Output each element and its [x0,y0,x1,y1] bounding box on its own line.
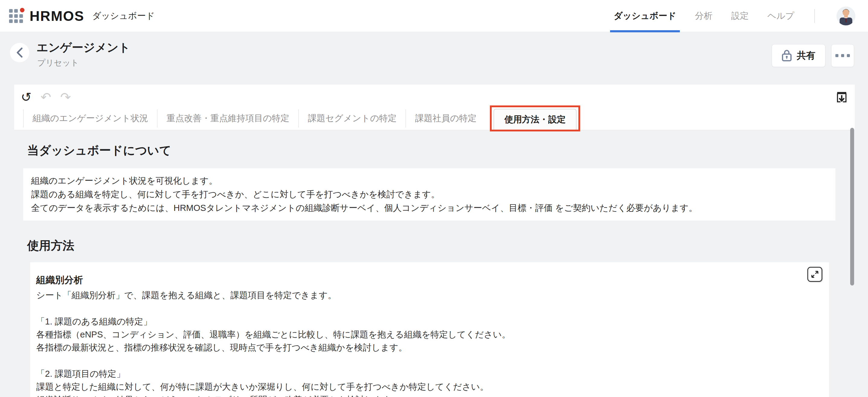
nav-item-dashboard[interactable]: ダッシュボード [614,10,676,22]
nav-item-settings[interactable]: 設定 [731,10,749,22]
top-nav: ダッシュボード 分析 設定 ヘルプ [614,7,855,25]
tab-priority-items[interactable]: 重点改善・重点維持項目の特定 [157,110,299,127]
sheet-tabstrip: 組織のエンゲージメント状況 重点改善・重点維持項目の特定 課題セグメントの特定 … [14,106,855,130]
tab-issue-employees[interactable]: 課題社員の特定 [406,110,486,127]
more-options-button[interactable] [831,44,854,67]
section-title: 「2. 課題項目の特定」 [36,367,817,380]
section-line: 各種指標（eNPS、コンディション、評価、退職率）を組織ごとに比較し、特に課題を… [36,328,817,341]
vertical-scrollbar[interactable] [850,128,854,285]
card-intro: シート「組織別分析」で、課題を抱える組織と、課題項目を特定できます。 [36,289,817,302]
section-line: 各指標の最新状況と、指標の推移状況を確認し、現時点で手を打つべき組織かを検討しま… [36,341,817,354]
nav-item-help[interactable]: ヘルプ [768,10,794,22]
share-button[interactable]: 共有 [772,44,826,67]
about-line: 組織のエンゲージメント状況を可視化します。 [31,174,828,188]
brand-logo-text: HRMOS [30,8,84,24]
dashboard-panel: ↺ ↶ ↷ 組織のエンゲージメント状況 重点改善・重点維持項目の特定 課題セグメ… [14,85,855,130]
avatar-image [837,7,855,25]
usage-heading: 使用方法 [27,238,868,254]
about-line: 全てのデータを表示するためには、HRMOSタレントマネジメントの組織診断サーベイ… [31,201,828,215]
page-title: エンゲージメント [36,40,130,55]
redo-icon[interactable]: ↷ [60,91,71,103]
tab-org-engagement-status[interactable]: 組織のエンゲージメント状況 [23,110,157,127]
hrmos-logo-icon [9,9,23,23]
lock-icon [782,50,792,62]
user-avatar[interactable] [837,7,855,25]
card-section-1: 「1. 課題のある組織の特定」 各種指標（eNPS、コンディション、評価、退職率… [36,315,817,354]
usage-card: 組織別分析 シート「組織別分析」で、課題を抱える組織と、課題項目を特定できます。… [30,262,829,397]
tab-usage-settings[interactable]: 使用方法・設定 [494,109,577,130]
about-text-box: 組織のエンゲージメント状況を可視化します。 課題のある組織を特定し、何に対して手… [23,168,835,220]
share-button-label: 共有 [797,49,815,62]
back-button[interactable] [10,43,29,62]
chevron-left-icon [16,48,23,58]
card-section-2: 「2. 課題項目の特定」 課題と特定した組織に対して、何が特に課題が大きいか深堀… [36,367,817,397]
nav-item-analysis[interactable]: 分析 [695,10,712,22]
page-subtitle: プリセット [37,57,79,68]
sheet-toolbar: ↺ ↶ ↷ [14,85,855,106]
section-title: 「1. 課題のある組織の特定」 [36,315,817,328]
brand-product-name: ダッシュボード [92,10,155,22]
download-icon[interactable] [836,92,847,103]
section-line: 組織診断サーベイの結果から、どういったカテゴリ、質問が、改善が必要かを検討します… [36,393,817,397]
nav-divider [814,9,815,23]
active-tab-wrapper: 使用方法・設定 [494,109,577,130]
card-title: 組織別分析 [36,274,817,286]
sheet-content: 当ダッシュボードについて 組織のエンゲージメント状況を可視化します。 課題のある… [0,130,868,397]
expand-card-button[interactable] [807,267,823,282]
about-line: 課題のある組織を特定し、何に対して手を打つべきか、どこに対して手を打つべきかを検… [31,188,828,201]
section-line: 課題と特定した組織に対して、何が特に課題が大きいか深堀りし、何に対して手を打つべ… [36,380,817,393]
refresh-icon[interactable]: ↺ [21,91,31,103]
tab-issue-segments[interactable]: 課題セグメントの特定 [299,110,406,127]
title-band: エンゲージメント プリセット 共有 [0,32,868,85]
about-heading: 当ダッシュボードについて [27,142,868,159]
undo-icon[interactable]: ↶ [40,91,51,103]
expand-icon [811,270,819,278]
ellipsis-icon [835,54,850,57]
app-header: HRMOS ダッシュボード ダッシュボード 分析 設定 ヘルプ [0,0,868,32]
